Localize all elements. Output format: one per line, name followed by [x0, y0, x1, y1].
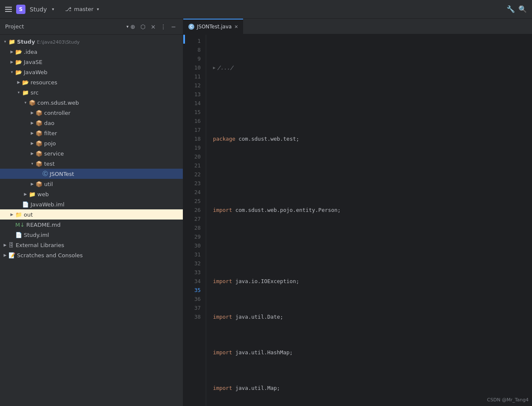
editor-area: C JSONTest.java ✕ 1 8 9 10 11 12 13 14 1…	[183, 19, 532, 406]
jsontest-java-icon: Ⓒ	[42, 170, 48, 178]
test-pkg-icon: 📦	[36, 161, 42, 167]
tree-arrow-javaweb[interactable]: ▾	[8, 69, 15, 75]
tree-item-readme[interactable]: ▶ M↓ README.md	[0, 220, 183, 230]
sidebar-more-btn[interactable]: ⋮	[159, 22, 168, 31]
tree-arrow-scratches[interactable]: ▶	[2, 252, 8, 259]
tree-arrow-service[interactable]: ▶	[29, 150, 36, 157]
tree-item-out[interactable]: ▶ 📁 out	[0, 209, 183, 220]
tree-item-controller[interactable]: ▶ 📦 controller	[0, 108, 183, 118]
branch-section: ⎇ master ▾	[65, 6, 99, 12]
tree-arrow-pojo[interactable]: ▶	[29, 140, 36, 147]
util-label: util	[44, 181, 53, 187]
code-line-14: import java.util.Date;	[213, 312, 532, 321]
out-folder-icon: 📁	[15, 211, 22, 218]
resources-icon: 📂	[22, 79, 29, 86]
code-line-8	[213, 99, 532, 108]
tree-item-external-libs[interactable]: ▶ 🗄 External Libraries	[0, 240, 183, 250]
project-name-label: Study	[30, 6, 47, 13]
sidebar-expand-btn[interactable]: ⬡	[139, 22, 147, 31]
jsontest-label: JSONTest	[50, 171, 74, 177]
code-line-12	[213, 241, 532, 250]
tree-item-scratches[interactable]: ▶ 📝 Scratches and Consoles	[0, 250, 183, 260]
study-label: Study E:\java2403\Study	[17, 39, 80, 45]
tab-java-icon: C	[188, 24, 194, 30]
tree-item-study-root[interactable]: ▾ 📁 Study E:\java2403\Study	[0, 36, 183, 47]
toolbar-search-icon[interactable]: 🔍	[518, 5, 527, 13]
hamburger-menu-icon[interactable]	[5, 7, 12, 12]
filter-pkg-icon: 📦	[36, 130, 42, 136]
tree-arrow-controller[interactable]: ▶	[29, 109, 36, 116]
tree-arrow-filter[interactable]: ▶	[29, 130, 36, 136]
code-line-15: import java.util.HashMap;	[213, 348, 532, 357]
tree-arrow-resources[interactable]: ▶	[15, 79, 22, 86]
tree-item-web[interactable]: ▶ 📁 web	[0, 189, 183, 199]
fold-icon-1[interactable]: ▶	[213, 63, 216, 72]
tree-arrow-com[interactable]: ▾	[22, 99, 29, 106]
tree-arrow-util[interactable]: ▶	[29, 181, 36, 187]
tree-arrow-dao[interactable]: ▶	[29, 120, 36, 126]
tree-item-util[interactable]: ▶ 📦 util	[0, 179, 183, 189]
tree-arrow-src[interactable]: ▾	[15, 89, 22, 96]
controller-label: controller	[44, 110, 70, 116]
tree-item-jsontest[interactable]: ▶ Ⓒ JSONTest	[0, 169, 183, 179]
code-line-13: import java.io.IOException;	[213, 277, 532, 286]
sidebar-title: Project	[5, 23, 126, 30]
tree-arrow-javase[interactable]: ▶	[8, 58, 15, 65]
javaweb-iml-label: JavaWeb.iml	[31, 201, 64, 208]
tree-item-study-iml[interactable]: ▶ 📄 Study.iml	[0, 230, 183, 240]
pojo-pkg-icon: 📦	[36, 140, 42, 147]
test-label: test	[44, 161, 55, 167]
sidebar-minimize-btn[interactable]: −	[169, 22, 178, 31]
tree-item-javase[interactable]: ▶ 📂 JavaSE	[0, 57, 183, 67]
javase-label: JavaSE	[24, 59, 42, 65]
code-content-area[interactable]: ▶ /.../ package com.sdust.web.test; impo…	[206, 35, 532, 406]
watermark: CSDN @Mr_Tang4	[487, 397, 529, 403]
sidebar-header: Project ▾ ⊕ ⬡ × ⋮ −	[0, 19, 183, 35]
tree-item-src[interactable]: ▾ 📁 src	[0, 87, 183, 97]
tree-arrow-idea[interactable]: ▶	[8, 48, 15, 55]
tree-item-pojo[interactable]: ▶ 📦 pojo	[0, 138, 183, 148]
package-icon: 📦	[29, 100, 36, 106]
tree-item-filter[interactable]: ▶ 📦 filter	[0, 128, 183, 138]
tree-arrow-test[interactable]: ▾	[29, 160, 36, 167]
project-tree: ▾ 📁 Study E:\java2403\Study ▶ 📂 .idea ▶ …	[0, 35, 183, 406]
study-folder-icon: 📁	[8, 39, 15, 45]
src-label: src	[31, 89, 39, 96]
tree-item-resources[interactable]: ▶ 📂 resources	[0, 77, 183, 87]
tab-name-label: JSONTest.java	[197, 24, 232, 30]
titlebar-right: 🔧 🔍	[507, 5, 527, 13]
tree-arrow-web[interactable]: ▶	[22, 191, 29, 197]
branch-dropdown-icon[interactable]: ▾	[97, 7, 99, 11]
dao-label: dao	[44, 120, 54, 126]
com-sdust-web-label: com.sdust.web	[37, 100, 79, 106]
tree-item-com-sdust-web[interactable]: ▾ 📦 com.sdust.web	[0, 97, 183, 108]
tree-item-service[interactable]: ▶ 📦 service	[0, 148, 183, 159]
study-iml-icon: 📄	[15, 232, 22, 238]
tree-arrow-ext-libs[interactable]: ▶	[2, 242, 8, 248]
code-line-16: import java.util.Map;	[213, 384, 532, 392]
sidebar-actions: ⊕ ⬡ × ⋮ −	[129, 22, 178, 31]
tree-arrow-out[interactable]: ▶	[8, 211, 15, 218]
tree-item-dao[interactable]: ▶ 📦 dao	[0, 118, 183, 128]
tree-item-test[interactable]: ▾ 📦 test	[0, 159, 183, 169]
sidebar: Project ▾ ⊕ ⬡ × ⋮ − ▾ 📁 Study E:\java240…	[0, 19, 183, 406]
src-folder-icon: 📁	[22, 89, 29, 96]
code-line-10	[213, 170, 532, 179]
tree-arrow-study[interactable]: ▾	[2, 38, 8, 45]
branch-name-label: master	[74, 6, 93, 12]
idea-folder-icon: 📂	[15, 49, 22, 55]
tree-item-javaweb[interactable]: ▾ 📂 JavaWeb	[0, 67, 183, 77]
readme-label: README.md	[26, 222, 61, 228]
code-line-9: package com.sdust.web.test;	[213, 134, 532, 143]
tab-close-btn[interactable]: ✕	[234, 24, 238, 30]
tab-jsontest[interactable]: C JSONTest.java ✕	[183, 19, 243, 34]
javaweb-folder-icon: 📂	[15, 69, 22, 75]
tab-bar: C JSONTest.java ✕	[183, 19, 532, 35]
project-dropdown-icon[interactable]: ▾	[52, 7, 54, 11]
sidebar-add-btn[interactable]: ⊕	[129, 22, 137, 31]
toolbar-run-icon[interactable]: 🔧	[507, 5, 515, 13]
tree-item-idea[interactable]: ▶ 📂 .idea	[0, 47, 183, 57]
tree-item-javaweb-iml[interactable]: ▶ 📄 JavaWeb.iml	[0, 199, 183, 209]
util-pkg-icon: 📦	[36, 181, 42, 187]
sidebar-collapse-btn[interactable]: ×	[149, 22, 157, 31]
